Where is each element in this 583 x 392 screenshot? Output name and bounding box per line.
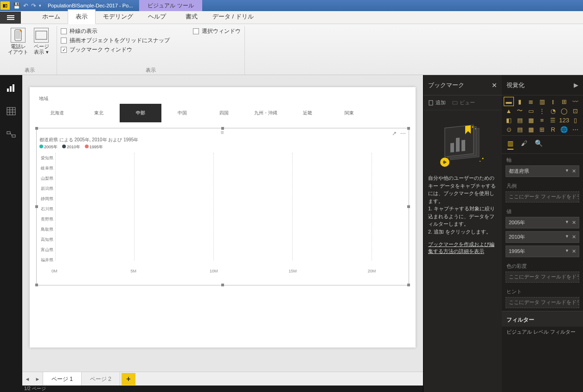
- region-tab[interactable]: 九州・沖縄: [245, 104, 287, 122]
- viz-type-icon[interactable]: ▤: [515, 116, 525, 124]
- phone-layout-button[interactable]: 電話レ イアウト: [6, 26, 30, 55]
- viz-type-icon[interactable]: 123: [559, 116, 569, 124]
- region-tab[interactable]: 四国: [203, 104, 245, 122]
- axis-field-well[interactable]: 都道府県▼✕: [506, 165, 579, 177]
- viz-type-icon[interactable]: ◔: [548, 107, 557, 115]
- viz-type-icon[interactable]: R: [548, 125, 557, 133]
- bookmark-learn-more-link[interactable]: ブックマークを作成および編集する方法の詳細を表示: [423, 241, 502, 255]
- bar-chart-visual[interactable]: ≡ ↗ ⋯ 都道府県 による 2005年, 2010年 および 1995年 20…: [36, 128, 409, 285]
- remove-field-icon[interactable]: ✕: [572, 234, 576, 240]
- viz-type-icon[interactable]: ≡: [538, 116, 547, 124]
- chevron-down-icon[interactable]: ▼: [565, 168, 569, 174]
- tab-view[interactable]: 表示: [68, 9, 96, 24]
- resize-handle[interactable]: [407, 205, 410, 208]
- viz-type-icon[interactable]: ▦: [526, 116, 536, 124]
- chk-snap[interactable]: 描画オブジェクトをグリッドにスナップ: [61, 37, 170, 44]
- viz-type-icon[interactable]: 〰: [570, 97, 580, 106]
- resize-handle[interactable]: [407, 284, 410, 286]
- region-tab[interactable]: 東北: [78, 104, 120, 122]
- viz-type-icon[interactable]: ≣: [526, 97, 536, 106]
- region-tab[interactable]: 中国: [161, 104, 203, 122]
- region-tab[interactable]: 近畿: [287, 104, 328, 122]
- value-field-well[interactable]: 2010年▼✕: [506, 231, 579, 243]
- chevron-down-icon[interactable]: ▼: [565, 234, 569, 240]
- chevron-down-icon[interactable]: ▼: [565, 248, 569, 254]
- resize-handle[interactable]: [35, 127, 38, 130]
- viz-type-icon[interactable]: ⋮: [538, 107, 547, 115]
- tab-help[interactable]: ヘルプ: [141, 10, 173, 24]
- chk-bookmark-window[interactable]: ✓ブックマーク ウィンドウ: [61, 46, 170, 54]
- viz-type-icon[interactable]: 🌐: [559, 125, 569, 133]
- add-page-button[interactable]: +: [122, 373, 135, 385]
- bookmark-illustration: [423, 110, 502, 174]
- region-tab[interactable]: 関東: [328, 104, 370, 122]
- resize-handle[interactable]: [407, 127, 410, 130]
- tab-modeling[interactable]: モデリング: [96, 10, 141, 24]
- tooltip-placeholder[interactable]: ここにデータ フィールドをドラッグし...: [506, 297, 579, 308]
- chk-gridlines[interactable]: 枠線の表示: [61, 27, 170, 35]
- tab-data-drill[interactable]: データ / ドリル: [205, 10, 261, 24]
- page-tab[interactable]: ページ 2: [81, 372, 120, 386]
- value-field-well[interactable]: 2005年▼✕: [506, 217, 579, 228]
- resize-handle[interactable]: [35, 284, 38, 286]
- report-view-icon[interactable]: [5, 82, 18, 95]
- drag-grip-icon[interactable]: ≡: [220, 129, 224, 136]
- chevron-right-icon[interactable]: ▶: [574, 82, 578, 89]
- filters-header[interactable]: フィルター: [502, 311, 583, 327]
- page-prev-icon[interactable]: ◄: [22, 376, 32, 382]
- viz-type-icon[interactable]: ⊞: [559, 97, 569, 106]
- chart-plot-area: 愛知県岐阜県山梨県新潟県静岡県石川県長野県鳥取県高知県富山県福井県0M5M10M…: [55, 153, 403, 269]
- region-slicer[interactable]: 北海道東北中部中国四国九州・沖縄近畿関東: [36, 104, 409, 122]
- chevron-down-icon[interactable]: ▼: [565, 220, 569, 226]
- tab-format[interactable]: 書式: [178, 10, 205, 24]
- viz-type-icon[interactable]: ▬: [504, 97, 513, 106]
- viz-type-icon[interactable]: ▦: [526, 125, 536, 133]
- viz-type-icon[interactable]: ▥: [538, 97, 547, 106]
- viz-type-icon[interactable]: ▮: [515, 97, 525, 106]
- viz-type-icon[interactable]: ⊙: [504, 125, 513, 133]
- viz-type-icon[interactable]: ⋯: [570, 125, 580, 133]
- remove-field-icon[interactable]: ✕: [572, 220, 576, 226]
- page-tab[interactable]: ページ 1: [43, 372, 82, 386]
- resize-handle[interactable]: [221, 284, 224, 286]
- saturation-placeholder[interactable]: ここにデータ フィールドをドラッグし...: [506, 272, 579, 283]
- viz-type-icon[interactable]: ⊡: [570, 107, 580, 115]
- resize-handle[interactable]: [35, 205, 38, 208]
- remove-field-icon[interactable]: ✕: [572, 248, 576, 254]
- qat-dropdown-icon[interactable]: ▾: [39, 3, 41, 8]
- viz-type-icon[interactable]: ⊞: [538, 125, 547, 133]
- page-next-icon[interactable]: ►: [32, 376, 43, 382]
- remove-field-icon[interactable]: ✕: [572, 168, 576, 174]
- bookmark-add-button[interactable]: 追加: [428, 99, 446, 106]
- fields-tab-icon[interactable]: ▥: [507, 139, 513, 150]
- file-menu[interactable]: [0, 12, 21, 24]
- undo-icon[interactable]: ↶: [23, 2, 28, 9]
- report-page[interactable]: 地域 北海道東北中部中国四国九州・沖縄近畿関東 ≡ ↗ ⋯ 都道府県 による 2…: [30, 87, 416, 348]
- viz-type-icon[interactable]: ▭: [526, 107, 536, 115]
- page-view-button[interactable]: ページ 表示 ▾: [30, 26, 53, 55]
- tab-home[interactable]: ホーム: [35, 10, 68, 24]
- bookmark-view-button[interactable]: ビュー: [452, 99, 475, 106]
- model-view-icon[interactable]: [5, 128, 18, 141]
- value-field-well[interactable]: 1995年▼✕: [506, 246, 579, 257]
- close-icon[interactable]: ✕: [492, 82, 497, 89]
- viz-type-icon[interactable]: ◯: [559, 107, 569, 115]
- viz-type-icon[interactable]: ▲: [504, 107, 513, 115]
- region-tab[interactable]: 北海道: [36, 104, 78, 122]
- save-icon[interactable]: 💾: [13, 2, 20, 9]
- legend-placeholder[interactable]: ここにデータ フィールドをドラッグし...: [506, 191, 579, 202]
- redo-icon[interactable]: ↷: [31, 2, 36, 9]
- region-tab[interactable]: 中部: [120, 104, 161, 122]
- viz-type-icon[interactable]: 〜: [515, 107, 525, 115]
- viz-type-icon[interactable]: ⫿: [548, 97, 557, 106]
- focus-mode-icon[interactable]: ↗: [392, 130, 397, 137]
- chk-selection-window[interactable]: 選択ウィンドウ: [193, 27, 241, 35]
- analytics-tab-icon[interactable]: 🔍: [535, 139, 543, 150]
- viz-type-icon[interactable]: ▤: [515, 125, 525, 133]
- data-view-icon[interactable]: [5, 105, 18, 118]
- viz-type-icon[interactable]: ▯: [570, 116, 580, 124]
- more-options-icon[interactable]: ⋯: [400, 130, 406, 137]
- viz-type-icon[interactable]: ◧: [504, 116, 513, 124]
- format-tab-icon[interactable]: 🖌: [521, 139, 527, 150]
- viz-type-icon[interactable]: ☰: [548, 116, 557, 124]
